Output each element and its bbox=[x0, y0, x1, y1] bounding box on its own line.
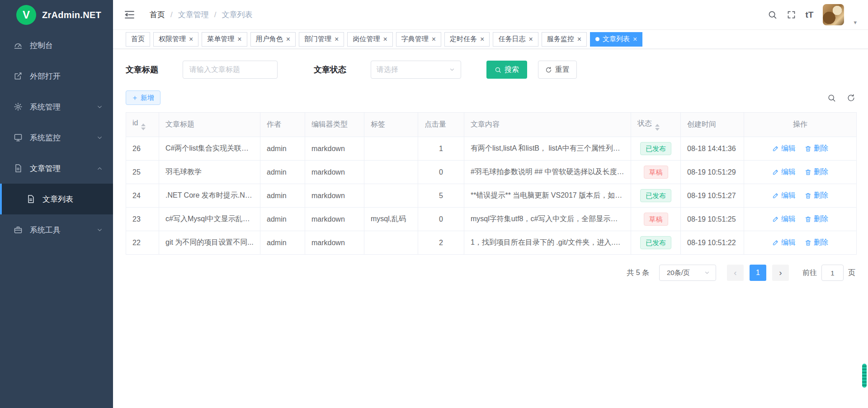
edit-link[interactable]: 编辑 bbox=[772, 191, 796, 200]
tab-dept-mgmt[interactable]: 部门管理× bbox=[299, 32, 344, 47]
close-icon[interactable]: × bbox=[432, 36, 436, 43]
column-label: 状态 bbox=[637, 119, 652, 127]
delete-link[interactable]: 删除 bbox=[805, 238, 828, 247]
sidebar-item-label: 文章管理 bbox=[30, 163, 61, 174]
goto-page-input[interactable] bbox=[821, 265, 844, 281]
edit-link[interactable]: 编辑 bbox=[772, 167, 796, 177]
tab-dict-mgmt[interactable]: 字典管理× bbox=[396, 32, 441, 47]
tab-user-role[interactable]: 用户角色× bbox=[250, 32, 296, 47]
user-menu-caret-icon[interactable]: ▾ bbox=[854, 19, 857, 26]
delete-link[interactable]: 删除 bbox=[805, 167, 828, 177]
sidebar-item-system-monitor[interactable]: 系统监控 bbox=[0, 122, 113, 153]
search-icon[interactable] bbox=[768, 10, 777, 19]
refresh-icon[interactable] bbox=[847, 94, 855, 102]
next-page-button[interactable]: › bbox=[772, 265, 789, 281]
tab-label: 文章列表 bbox=[603, 35, 630, 43]
delete-link-label: 删除 bbox=[814, 144, 828, 153]
add-button[interactable]: 新增 bbox=[126, 90, 160, 105]
sidebar-item-dashboard[interactable]: 控制台 bbox=[0, 30, 113, 61]
tab-perm-mgmt[interactable]: 权限管理× bbox=[153, 32, 198, 47]
close-icon[interactable]: × bbox=[237, 36, 241, 43]
close-icon[interactable]: × bbox=[480, 36, 484, 43]
cell-id: 24 bbox=[126, 184, 159, 208]
article-title-input[interactable] bbox=[183, 61, 278, 79]
cell-clicks: 5 bbox=[418, 184, 464, 208]
tab-label: 首页 bbox=[131, 35, 145, 43]
reset-button[interactable]: 重置 bbox=[538, 61, 577, 79]
prev-page-button[interactable]: ‹ bbox=[727, 265, 744, 281]
column-header-status[interactable]: 状态 bbox=[631, 113, 681, 137]
cell-title: c#写入Mysql中文显示乱码 ... bbox=[159, 208, 260, 231]
search-button[interactable]: 搜索 bbox=[486, 61, 527, 79]
cell-editor: markdown bbox=[305, 231, 364, 255]
cell-id: 26 bbox=[126, 137, 159, 161]
table-row: 24.NET Core 发布时提示.NET...adminmarkdown5**… bbox=[126, 184, 857, 208]
sidebar-item-system-admin[interactable]: 系统管理 bbox=[0, 91, 113, 122]
toggle-search-icon[interactable] bbox=[827, 94, 836, 102]
table-row: 26C#两个list集合实现关联，...adminmarkdown1有两个lis… bbox=[126, 137, 857, 161]
breadcrumb-item-1[interactable]: 文章管理 bbox=[178, 9, 209, 20]
cell-action: 编辑删除 bbox=[744, 231, 857, 255]
tab-task-log[interactable]: 任务日志× bbox=[493, 32, 538, 47]
close-icon[interactable]: × bbox=[577, 36, 581, 43]
sidebar-item-article-admin[interactable]: 文章管理 bbox=[0, 153, 113, 184]
status-badge: 已发布 bbox=[640, 236, 671, 249]
sidebar-collapse-icon[interactable] bbox=[124, 9, 135, 20]
sort-descending-icon bbox=[655, 128, 660, 131]
dashboard-icon bbox=[14, 41, 23, 50]
column-label: id bbox=[132, 119, 138, 127]
edit-link[interactable]: 编辑 bbox=[772, 214, 796, 224]
sidebar-item-external-open[interactable]: 外部打开 bbox=[0, 61, 113, 91]
close-icon[interactable]: × bbox=[335, 36, 339, 43]
delete-link[interactable]: 删除 bbox=[805, 214, 828, 224]
close-icon[interactable]: × bbox=[383, 36, 387, 43]
column-header-clicks: 点击量 bbox=[418, 113, 464, 137]
cell-tags bbox=[364, 184, 418, 208]
article-status-label: 文章状态 bbox=[314, 64, 346, 75]
status-badge: 草稿 bbox=[644, 213, 668, 226]
fullscreen-icon[interactable] bbox=[787, 10, 796, 19]
edit-link[interactable]: 编辑 bbox=[772, 144, 796, 153]
cell-content: mysql字符集utf8，c#写入中文后，全部显示成? ... bbox=[464, 208, 631, 231]
tab-service-monitor[interactable]: 服务监控× bbox=[542, 32, 587, 47]
cell-content: #羽毛球拍参数说明 ## 中管软硬选择以及长度介... bbox=[464, 161, 631, 184]
close-icon[interactable]: × bbox=[189, 36, 193, 43]
font-size-icon[interactable]: tT bbox=[806, 10, 814, 20]
add-button-label: 新增 bbox=[141, 94, 154, 102]
sidebar-item-label: 控制台 bbox=[30, 40, 53, 51]
tab-post-mgmt[interactable]: 岗位管理× bbox=[347, 32, 392, 47]
delete-link[interactable]: 删除 bbox=[805, 144, 828, 153]
sidebar-item-article-list[interactable]: 文章列表 bbox=[0, 184, 113, 214]
cell-content: **错误提示** 当电脑更新 VS2017 版本后，如果... bbox=[464, 184, 631, 208]
tab-article-list[interactable]: 文章列表× bbox=[590, 32, 642, 47]
page-size-select[interactable]: 20条/页 bbox=[659, 265, 716, 281]
cell-clicks: 1 bbox=[418, 137, 464, 161]
sort-caret-icon[interactable] bbox=[141, 123, 146, 130]
close-icon[interactable]: × bbox=[528, 36, 533, 43]
column-header-id[interactable]: id bbox=[126, 113, 159, 137]
status-badge: 草稿 bbox=[644, 166, 668, 179]
tab-label: 部门管理 bbox=[304, 35, 331, 43]
page-number-button[interactable]: 1 bbox=[750, 265, 766, 281]
scrollbar-thumb[interactable] bbox=[862, 364, 867, 388]
chevron-down-icon bbox=[96, 104, 103, 110]
sort-caret-icon[interactable] bbox=[655, 124, 660, 131]
edit-link[interactable]: 编辑 bbox=[772, 238, 796, 247]
edit-link-label: 编辑 bbox=[781, 191, 796, 200]
delete-link[interactable]: 删除 bbox=[805, 191, 828, 200]
close-icon[interactable]: × bbox=[633, 36, 637, 43]
tab-cron-task[interactable]: 定时任务× bbox=[444, 32, 490, 47]
tab-label: 定时任务 bbox=[450, 35, 477, 43]
top-navbar: 首页/文章管理/文章列表 tT ▾ bbox=[113, 0, 868, 30]
delete-link-label: 删除 bbox=[814, 167, 828, 177]
tab-menu-mgmt[interactable]: 菜单管理× bbox=[202, 32, 247, 47]
close-icon[interactable]: × bbox=[286, 36, 290, 43]
user-avatar[interactable] bbox=[823, 4, 844, 25]
article-status-select[interactable]: 请选择 bbox=[371, 61, 461, 79]
breadcrumb-item-0[interactable]: 首页 bbox=[150, 9, 165, 20]
tab-home[interactable]: 首页 bbox=[126, 32, 150, 47]
filter-form: 文章标题 文章状态 请选择 搜索 重置 bbox=[126, 61, 855, 79]
column-label: 标签 bbox=[371, 120, 385, 128]
cell-id: 25 bbox=[126, 161, 159, 184]
sidebar-item-system-tools[interactable]: 系统工具 bbox=[0, 214, 113, 245]
